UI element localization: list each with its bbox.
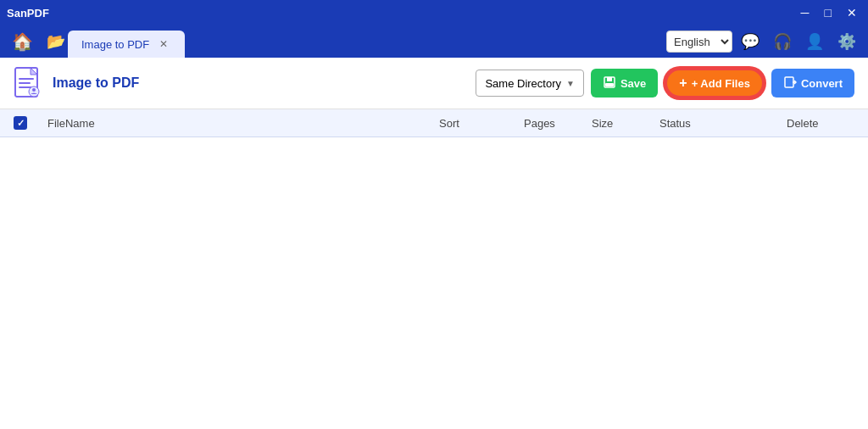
language-selector[interactable]: English Chinese xyxy=(666,31,732,53)
nav-icons-left: 🏠 📂 xyxy=(0,25,70,58)
headphone-icon: 🎧 xyxy=(773,32,792,51)
svg-rect-2 xyxy=(19,78,34,80)
add-files-button[interactable]: + + Add Files xyxy=(665,68,765,98)
chat-icon: 💬 xyxy=(741,32,760,51)
home-icon: 🏠 xyxy=(12,31,33,52)
chevron-down-icon: ▼ xyxy=(566,79,575,88)
user-button[interactable]: 👤 xyxy=(800,29,829,54)
header-pages: Pages xyxy=(524,116,592,130)
window-controls: ─ □ ✕ xyxy=(797,4,861,21)
chat-button[interactable]: 💬 xyxy=(736,29,765,54)
table-body xyxy=(0,137,868,429)
toolbar-right: Same Directory ▼ Save + + Add Files xyxy=(476,68,854,98)
header-size: Size xyxy=(592,116,659,130)
convert-icon xyxy=(783,75,797,92)
convert-label: Convert xyxy=(801,77,843,90)
directory-label: Same Directory xyxy=(485,77,561,90)
svg-rect-3 xyxy=(19,82,31,84)
content-area: Image to PDF Same Directory ▼ Save xyxy=(0,58,868,429)
svg-rect-8 xyxy=(607,77,612,81)
nav-icons-right: English Chinese 💬 🎧 👤 ⚙️ xyxy=(666,25,868,58)
directory-dropdown[interactable]: Same Directory ▼ xyxy=(476,70,583,97)
toolbar-left: Image to PDF xyxy=(14,66,139,100)
tab-close-icon[interactable]: ✕ xyxy=(156,36,171,52)
save-button[interactable]: Save xyxy=(591,69,658,98)
tab-label: Image to PDF xyxy=(81,38,149,51)
svg-rect-10 xyxy=(785,77,793,87)
settings-icon: ⚙️ xyxy=(837,32,856,51)
svg-point-6 xyxy=(32,88,36,92)
page-title: Image to PDF xyxy=(53,75,139,91)
header-filename: FileName xyxy=(47,116,439,130)
minimize-button[interactable]: ─ xyxy=(797,4,814,21)
tab-bar: 🏠 📂 Image to PDF ✕ English Chinese 💬 🎧 👤… xyxy=(0,25,868,58)
convert-button[interactable]: Convert xyxy=(771,69,854,98)
folder-button[interactable]: 📂 xyxy=(42,29,70,54)
title-bar: SanPDF ─ □ ✕ xyxy=(0,0,868,25)
active-tab[interactable]: Image to PDF ✕ xyxy=(68,31,185,58)
maximize-button[interactable]: □ xyxy=(821,4,836,21)
header-sort: Sort xyxy=(439,116,524,130)
home-button[interactable]: 🏠 xyxy=(7,28,38,55)
save-label: Save xyxy=(620,77,646,90)
header-status: Status xyxy=(659,116,787,130)
table-header: FileName Sort Pages Size Status Delete xyxy=(0,109,868,137)
settings-button[interactable]: ⚙️ xyxy=(832,29,861,54)
save-icon xyxy=(603,75,616,92)
add-files-label: + Add Files xyxy=(692,77,750,90)
page-icon xyxy=(14,66,44,100)
headphone-button[interactable]: 🎧 xyxy=(768,29,797,54)
header-checkbox[interactable] xyxy=(14,116,47,130)
header-delete: Delete xyxy=(787,116,854,130)
select-all-checkbox[interactable] xyxy=(14,116,27,130)
user-icon: 👤 xyxy=(805,32,824,51)
app-title: SanPDF xyxy=(7,7,49,20)
add-icon: + xyxy=(679,75,687,91)
svg-rect-9 xyxy=(605,83,614,86)
toolbar: Image to PDF Same Directory ▼ Save xyxy=(0,58,868,109)
close-button[interactable]: ✕ xyxy=(843,4,861,21)
folder-icon: 📂 xyxy=(47,32,65,51)
